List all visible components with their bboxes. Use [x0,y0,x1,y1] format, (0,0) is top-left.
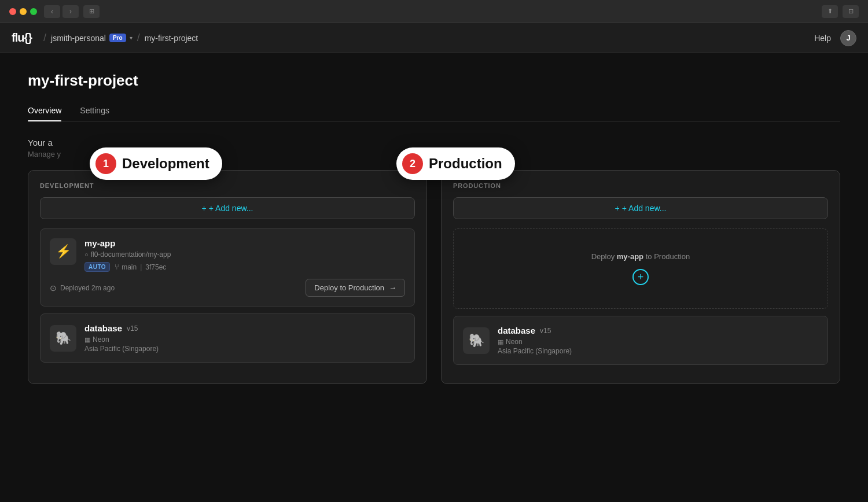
prod-postgres-icon: 🐘 [469,333,484,348]
username-label: jsmith-personal [51,34,106,43]
plus-icon-prod: + [615,204,620,213]
prod-db-provider: ▦ Neon [498,338,572,346]
arrow-right-icon: → [389,283,396,292]
pro-badge: Pro [109,34,126,42]
prod-db-region: Asia Pacific (Singapore) [498,347,572,355]
page-title: my-first-project [28,72,840,90]
prod-db-provider-icon: ▦ [498,338,503,346]
share-button[interactable]: ⬆ [822,5,838,18]
postgres-icon: 🐘 [56,331,71,346]
dev-db-name: database [84,323,122,333]
dev-db-info: database v15 ▦ Neon Asia Pacific (Singap… [84,323,159,353]
prod-db-name-row: database v15 [498,326,572,335]
user-account[interactable]: jsmith-personal Pro ▾ [51,34,133,43]
service-info: my-app ○ fl0-documentation/my-app AUTO ⑂… [84,238,405,272]
titlebar-right: ⬆ ⊡ [822,5,859,18]
prod-db-name: database [498,326,535,335]
db-name-row: database v15 [84,323,159,333]
production-column: PRODUCTION + + Add new... Deploy my-app … [441,170,840,384]
nav-right: Help J [814,30,856,46]
service-repo: ○ fl0-documentation/my-app [84,250,405,259]
prod-db-version: v15 [540,327,551,335]
commit-hash: 3f75ec [145,263,166,271]
project-name-breadcrumb: my-first-project [145,34,198,43]
development-column: DEVELOPMENT + + Add new... ⚡ my-app ○ fl… [28,170,427,384]
repo-icon: ○ [84,251,89,258]
prod-db-icon: 🐘 [463,327,490,354]
deploy-plus-button[interactable]: + [632,269,649,285]
app-nav: flu{} / jsmith-personal Pro ▾ / my-first… [0,23,868,53]
environments-grid: DEVELOPMENT + + Add new... ⚡ my-app ○ fl… [28,170,840,384]
deploy-placeholder-text: Deploy my-app to Production [591,252,690,261]
production-add-new-button[interactable]: + + Add new... [453,197,828,219]
pipe-sep: | [140,263,142,271]
nav-sep-1: / [43,32,46,44]
my-app-service-card: ⚡ my-app ○ fl0-documentation/my-app AUTO… [40,228,415,307]
account-chevron-icon: ▾ [130,35,133,41]
logo: flu{} [12,31,32,45]
my-app-icon: ⚡ [50,238,76,265]
deploy-placeholder-card: Deploy my-app to Production + [453,228,828,309]
traffic-lights [9,8,37,15]
prod-db-card-inner: 🐘 database v15 ▦ Neon Asia Pacific (Sing… [463,326,818,355]
service-card-bottom: ⊙ Deployed 2m ago Deploy to Production → [50,279,405,297]
status-icon: ⊙ [50,283,57,293]
development-label: DEVELOPMENT [40,182,415,189]
development-add-new-button[interactable]: + + Add new... [40,197,415,219]
section-header: Your a Manage y [28,138,840,158]
deploy-to-production-button[interactable]: Deploy to Production → [306,279,405,297]
dev-database-card: 🐘 database v15 ▦ Neon Asia Pacific (Sing… [40,313,415,363]
service-card-top: ⚡ my-app ○ fl0-documentation/my-app AUTO… [50,238,405,272]
grid-icon[interactable]: ⊞ [83,5,100,18]
user-avatar[interactable]: J [840,30,856,46]
prod-db-info: database v15 ▦ Neon Asia Pacific (Singap… [498,326,572,355]
prod-database-card: 🐘 database v15 ▦ Neon Asia Pacific (Sing… [453,316,828,365]
deployed-status: ⊙ Deployed 2m ago [50,283,115,293]
production-label: PRODUCTION [453,182,828,189]
nav-sep-2: / [137,32,140,44]
branch-icon: ⑂ [115,263,119,271]
section-subtitle: Manage y [28,150,840,158]
forward-button[interactable]: › [62,5,79,18]
db-provider-icon: ▦ [84,336,90,344]
split-button[interactable]: ⊡ [843,5,859,18]
nav-arrows: ‹ › ⊞ [44,5,100,18]
service-tags: AUTO ⑂ main | 3f75ec [84,262,405,272]
plus-icon: + [202,204,207,213]
back-button[interactable]: ‹ [44,5,60,18]
help-link[interactable]: Help [814,34,831,43]
section-title: Your a [28,138,840,147]
tab-settings[interactable]: Settings [80,106,109,121]
main-content: my-first-project Overview Settings Your … [0,53,868,502]
close-button[interactable] [9,8,16,15]
auto-badge: AUTO [84,262,110,272]
dev-db-provider: ▦ Neon [84,335,159,344]
title-bar: ‹ › ⊞ ⬆ ⊡ [0,0,868,23]
service-name: my-app [84,238,405,248]
dev-db-version: v15 [127,324,138,333]
branch-info: ⑂ main | 3f75ec [115,263,166,271]
dev-db-icon: 🐘 [50,325,76,352]
dev-db-region: Asia Pacific (Singapore) [84,345,159,353]
bolt-icon: ⚡ [56,244,71,259]
tabs-bar: Overview Settings [28,106,840,121]
db-card-inner: 🐘 database v15 ▦ Neon Asia Pacific (Sing… [50,323,405,353]
tab-overview[interactable]: Overview [28,106,61,121]
maximize-button[interactable] [30,8,37,15]
minimize-button[interactable] [20,8,27,15]
